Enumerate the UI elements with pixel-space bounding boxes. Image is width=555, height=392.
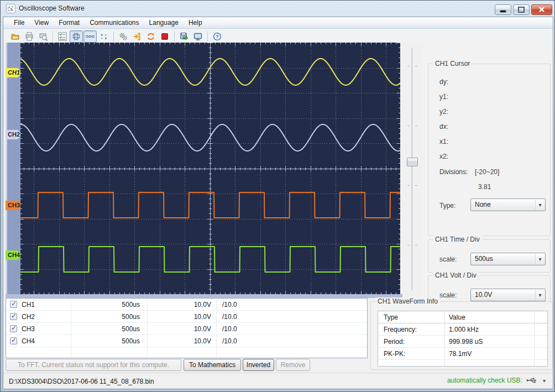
cursor-field-x1: x1: <box>439 138 448 145</box>
row-channel-name: CH1 <box>22 301 35 309</box>
to-mathematics-button[interactable]: To Mathematics <box>184 359 241 371</box>
column-header-type: Type <box>384 313 398 321</box>
time-scale-dropdown[interactable]: 500us ▾ <box>470 253 546 265</box>
cursor-type-value: None <box>475 201 491 208</box>
plot-bottom-border <box>6 294 402 298</box>
to-fft-button: To FFT. Current status not support for t… <box>6 359 181 371</box>
minimize-button[interactable] <box>495 4 511 15</box>
screen-display-icon <box>193 32 202 41</box>
minimize-icon <box>495 5 511 14</box>
save-export-button[interactable] <box>177 30 191 43</box>
title-bar[interactable]: Oscilloscope Software <box>1 1 554 17</box>
divisions-value: 3.81 <box>478 183 491 191</box>
vertical-slider <box>402 43 422 294</box>
table-row-ch3[interactable]: CH3 500us 10.0V /10.0 <box>6 323 367 335</box>
row-channel-name: CH2 <box>22 313 35 321</box>
inverted-button[interactable]: Inverted <box>243 359 274 371</box>
app-icon <box>6 4 15 13</box>
slider-track[interactable] <box>412 48 413 290</box>
row-volt-div: 10.0V <box>147 313 213 321</box>
menu-item-communications[interactable]: Communications <box>85 18 144 28</box>
menu-item-help[interactable]: Help <box>184 18 207 28</box>
refresh-icon <box>146 32 155 41</box>
client-area: File View Format Communications Language… <box>3 17 553 389</box>
maximize-button[interactable] <box>513 4 530 15</box>
open-file-button[interactable] <box>9 30 22 43</box>
time-scale-value: 500us <box>475 255 493 263</box>
maximize-icon <box>514 5 529 14</box>
menu-item-format[interactable]: Format <box>54 18 85 28</box>
waveform-info-groupbox: CH1 WaveForm Info Type Value Frequency: … <box>370 301 553 370</box>
row-probe: /10.0 <box>219 325 237 333</box>
channel-table: CH1 500us 10.0V /10.0 CH2 500us 10.0V /1… <box>6 298 368 358</box>
chevron-down-icon: ▾ <box>535 200 544 210</box>
close-button[interactable] <box>531 4 552 15</box>
settings-gear-icon <box>119 32 128 41</box>
print-preview-button[interactable] <box>36 30 50 43</box>
row-volt-div: 10.0V <box>147 325 213 333</box>
menu-item-language[interactable]: Language <box>144 18 184 28</box>
stop-icon <box>160 32 169 41</box>
menu-item-view[interactable]: View <box>29 18 54 28</box>
ch4-checkbox[interactable] <box>10 337 17 344</box>
toolbar: ? <box>3 29 553 43</box>
import-data-button[interactable] <box>130 30 144 43</box>
time-div-group-title: CH1 Time / Div <box>433 236 482 243</box>
volt-div-group-title: CH1 Volt / Div <box>433 271 479 279</box>
table-row-ch1[interactable]: CH1 500us 10.0V /10.0 <box>6 299 367 311</box>
ch3-checkbox[interactable] <box>10 325 17 332</box>
stop-button[interactable] <box>158 30 171 43</box>
help-button[interactable]: ? <box>211 30 224 43</box>
ch1-checkbox[interactable] <box>10 301 17 308</box>
waveform-info-row-period: Period: 999.998 uS <box>378 336 547 348</box>
toolbar-separator <box>113 32 114 41</box>
row-time-div: 500us <box>71 325 144 333</box>
chevron-down-icon: ▾ <box>535 254 544 264</box>
time-scale-label: scale: <box>439 255 457 263</box>
waveform-info-title: CH1 WaveForm Info <box>375 297 440 305</box>
divisions-label: Divisions: <box>439 168 468 176</box>
row-probe: /10.0 <box>219 301 237 309</box>
cursor-field-y2: y2: <box>439 108 448 116</box>
ch2-checkbox[interactable] <box>10 313 17 320</box>
row-probe: /10.0 <box>219 313 237 321</box>
application-window: Oscilloscope Software File View Format C… <box>0 0 555 392</box>
table-row-ch4[interactable]: CH4 500us 10.0V /10.0 <box>6 335 367 347</box>
toolbar-separator <box>207 32 208 41</box>
scope-display[interactable] <box>20 43 400 294</box>
check-icon <box>11 300 17 307</box>
toolbar-separator <box>174 32 175 41</box>
table-row-ch2[interactable]: CH2 500us 10.0V /10.0 <box>6 311 367 323</box>
channel-list-icon <box>58 32 67 41</box>
check-icon <box>11 312 17 320</box>
cursor-field-y1: y1: <box>439 93 448 101</box>
check-icon <box>11 324 17 332</box>
dot-display-button[interactable] <box>97 30 111 43</box>
help-icon: ? <box>213 32 222 41</box>
remove-button: Remove <box>276 359 310 371</box>
menu-item-file[interactable]: File <box>9 18 29 28</box>
volt-scale-label: scale: <box>439 291 457 299</box>
right-panel: CH1 Cursor dy: y1: y2: dx: x1: x2: Divis… <box>422 43 553 298</box>
volt-scale-dropdown[interactable]: 10.0V ▾ <box>470 289 546 301</box>
waveform-info-table: Type Value Frequency: 1.000 kHz Period: … <box>378 311 548 367</box>
open-file-icon <box>11 32 20 41</box>
row-time-div: 500us <box>71 337 144 345</box>
cursor-type-dropdown[interactable]: None ▾ <box>470 198 546 211</box>
screen-display-button[interactable] <box>191 30 205 43</box>
row-time-div: 500us <box>71 301 144 309</box>
slider-handle[interactable] <box>407 158 418 166</box>
refresh-button[interactable] <box>144 30 158 43</box>
settings-button[interactable] <box>117 30 130 43</box>
status-bar: D:\XDS3004\DSO\2017-06-06 11_45_08_678.b… <box>3 373 553 389</box>
row-volt-div: 10.0V <box>147 337 213 345</box>
waveform-info-row-pkpk: PK-PK: 78.1mV <box>378 348 547 360</box>
dashed-line-display-button[interactable] <box>83 30 97 43</box>
save-export-icon <box>180 32 189 41</box>
print-button[interactable] <box>23 30 36 43</box>
usb-dropdown-arrow[interactable]: ▾ <box>541 378 547 384</box>
channel-list-button[interactable] <box>56 30 69 43</box>
import-data-icon <box>133 32 142 41</box>
grid-display-button[interactable] <box>70 30 83 43</box>
cursor-group-title: CH1 Cursor <box>433 60 472 67</box>
